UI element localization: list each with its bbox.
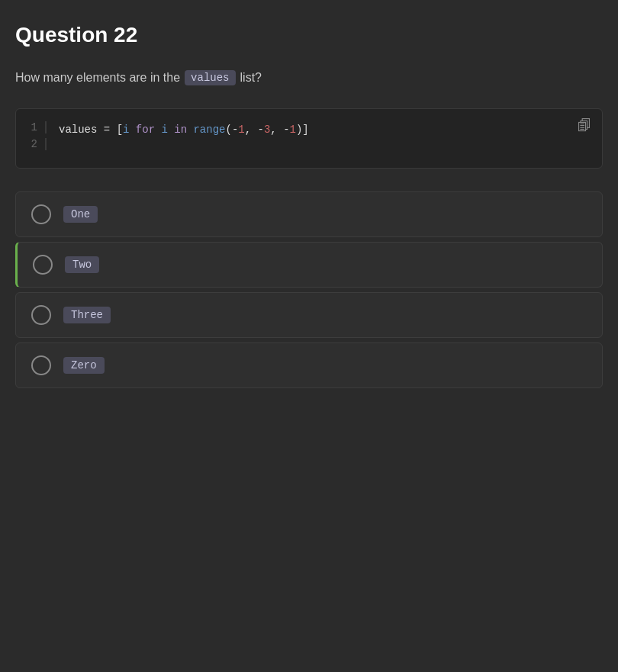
code-token: values (59, 124, 97, 136)
code-line-2: 2 (16, 138, 602, 155)
radio-two[interactable] (33, 255, 53, 275)
option-one-label: One (63, 206, 98, 223)
code-token: 1 (290, 124, 296, 136)
code-token: i (161, 124, 167, 136)
copy-icon[interactable]: 🗐 (578, 118, 591, 134)
code-token: , - (245, 124, 264, 136)
code-content-1: values = [i for i in range(-1, -3, -1)] (59, 121, 309, 138)
option-three[interactable]: Three (15, 292, 603, 338)
question-text: How many elements are in the values list… (15, 70, 603, 85)
code-token: range (193, 124, 225, 136)
code-block: 🗐 1 values = [i for i in range(-1, -3, -… (15, 108, 603, 169)
page-title: Question 22 (15, 23, 603, 47)
radio-one[interactable] (31, 204, 51, 224)
code-token: (- (225, 124, 238, 136)
question-text-before: How many elements are in the (15, 71, 180, 85)
option-three-label: Three (63, 307, 111, 323)
code-token: )] (296, 124, 309, 136)
option-zero-label: Zero (63, 357, 105, 374)
code-token: , - (270, 124, 289, 136)
code-token: in (168, 124, 194, 136)
radio-zero[interactable] (31, 355, 51, 375)
question-text-after: list? (240, 71, 262, 85)
code-keyword-inline: values (185, 70, 235, 85)
code-content-2 (59, 138, 65, 155)
code-token: = [ (97, 124, 123, 136)
line-number-1: 1 (16, 121, 47, 133)
code-token: for (129, 124, 161, 136)
options-container: One Two Three Zero (15, 191, 603, 393)
option-zero[interactable]: Zero (15, 342, 603, 388)
option-two-label: Two (65, 256, 99, 273)
code-token: 1 (238, 124, 244, 136)
line-number-2: 2 (16, 138, 47, 150)
option-two[interactable]: Two (15, 242, 603, 288)
code-line-1: 1 values = [i for i in range(-1, -3, -1)… (16, 121, 602, 138)
option-one[interactable]: One (15, 191, 603, 237)
radio-three[interactable] (31, 305, 51, 325)
